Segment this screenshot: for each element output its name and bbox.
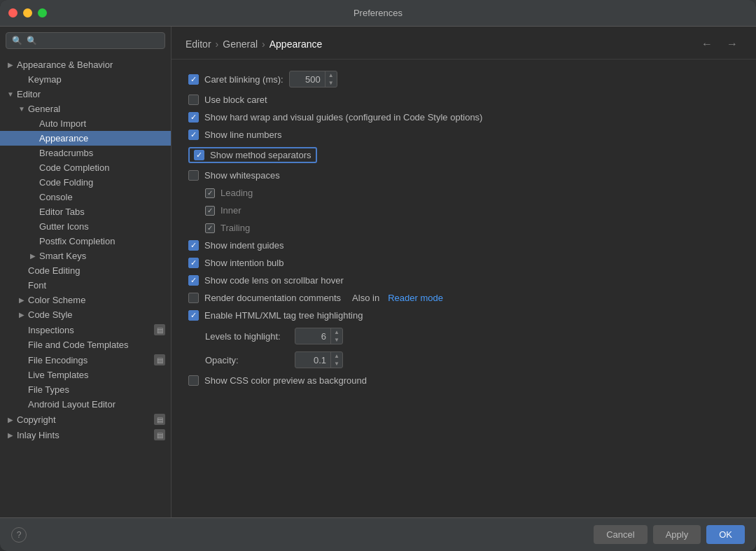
- back-button[interactable]: ←: [697, 36, 717, 52]
- sidebar-item-label: Editor Tabs: [39, 207, 85, 217]
- caret-blinking-label: Caret blinking (ms):: [204, 74, 284, 85]
- render-docs-checkbox[interactable]: [188, 293, 199, 303]
- breadcrumb-general: General: [223, 39, 258, 50]
- whitespaces-checkbox[interactable]: [188, 170, 199, 181]
- close-button[interactable]: [8, 8, 18, 18]
- sidebar-item-code-editing[interactable]: Code Editing: [0, 263, 171, 278]
- sidebar-item-appearance-behavior[interactable]: ▶ Appearance & Behavior: [0, 57, 171, 72]
- html-xml-checkbox[interactable]: [188, 310, 199, 321]
- sidebar-item-color-scheme[interactable]: ▶ Color Scheme: [0, 293, 171, 307]
- maximize-button[interactable]: [38, 8, 47, 18]
- sidebar-item-font[interactable]: Font: [0, 278, 171, 293]
- code-lens-checkbox[interactable]: [188, 275, 199, 286]
- search-box[interactable]: 🔍: [6, 32, 165, 49]
- sidebar-item-auto-import[interactable]: Auto Import: [0, 116, 171, 131]
- inner-checkbox[interactable]: [205, 206, 215, 216]
- sidebar-item-code-folding[interactable]: Code Folding: [0, 175, 171, 190]
- sidebar-item-inlay-hints[interactable]: ▶ Inlay Hints ▤: [0, 427, 171, 442]
- sidebar-item-keymap[interactable]: Keymap: [0, 72, 171, 87]
- sidebar-item-postfix-completion[interactable]: Postfix Completion: [0, 234, 171, 249]
- chevron-icon: [28, 119, 38, 129]
- sidebar-item-code-completion[interactable]: Code Completion: [0, 160, 171, 175]
- inlay-hints-badge: ▤: [154, 429, 165, 440]
- leading-checkbox[interactable]: [205, 188, 215, 198]
- chevron-icon: ▶: [17, 310, 27, 320]
- caret-blinking-spinner[interactable]: ▲ ▼: [289, 71, 337, 88]
- chevron-icon: [17, 355, 27, 365]
- forward-button[interactable]: →: [722, 36, 742, 52]
- file-encodings-badge: ▤: [154, 354, 165, 365]
- levels-spin-up[interactable]: ▲: [331, 328, 342, 336]
- sidebar-item-file-code-templates[interactable]: File and Code Templates: [0, 337, 171, 352]
- block-caret-checkbox[interactable]: [188, 95, 199, 105]
- chevron-icon: [28, 148, 38, 158]
- sidebar-item-android-layout-editor[interactable]: Android Layout Editor: [0, 397, 171, 412]
- sidebar-item-gutter-icons[interactable]: Gutter Icons: [0, 219, 171, 234]
- sidebar-item-label: Postfix Completion: [39, 236, 115, 246]
- sidebar-item-breadcrumbs[interactable]: Breadcrumbs: [0, 146, 171, 160]
- chevron-icon: [17, 266, 27, 276]
- sidebar-item-general[interactable]: ▼ General: [0, 102, 171, 116]
- block-caret-label: Use block caret: [204, 95, 267, 105]
- breadcrumb-appearance: Appearance: [270, 39, 323, 50]
- sidebar-item-live-templates[interactable]: Live Templates: [0, 368, 171, 382]
- spin-up[interactable]: ▲: [326, 71, 337, 79]
- levels-input[interactable]: [295, 330, 330, 343]
- sidebar-item-file-encodings[interactable]: File Encodings ▤: [0, 352, 171, 368]
- sidebar-item-label: Editor: [17, 89, 41, 99]
- sidebar-item-appearance[interactable]: Appearance: [0, 131, 171, 146]
- render-docs-label: Render documentation comments: [204, 293, 341, 303]
- chevron-icon: [28, 193, 38, 202]
- sidebar-item-label: Smart Keys: [39, 251, 86, 261]
- sidebar-item-label: Color Scheme: [28, 295, 85, 305]
- chevron-icon: [17, 75, 27, 85]
- hard-wrap-checkbox[interactable]: [188, 112, 199, 123]
- sidebar-item-label: File Types: [28, 384, 69, 395]
- search-input[interactable]: [27, 36, 159, 46]
- sidebar-item-smart-keys[interactable]: ▶ Smart Keys: [0, 249, 171, 263]
- sidebar-item-editor[interactable]: ▼ Editor: [0, 87, 171, 102]
- line-numbers-checkbox[interactable]: [188, 130, 199, 140]
- trailing-checkbox[interactable]: [205, 223, 215, 233]
- sidebar-item-label: Font: [28, 280, 46, 291]
- opacity-spin-down[interactable]: ▼: [331, 360, 342, 368]
- opacity-input[interactable]: [295, 354, 330, 367]
- chevron-icon: [28, 178, 38, 188]
- intention-bulb-checkbox[interactable]: [188, 258, 199, 268]
- sidebar-item-label: Copyright: [17, 414, 56, 425]
- levels-spinner[interactable]: ▲ ▼: [295, 328, 343, 344]
- sidebar-item-copyright[interactable]: ▶ Copyright ▤: [0, 412, 171, 427]
- opacity-spin-up[interactable]: ▲: [331, 352, 342, 360]
- apply-button[interactable]: Apply: [653, 525, 701, 544]
- ok-button[interactable]: OK: [706, 525, 745, 544]
- sidebar-item-label: Keymap: [28, 74, 62, 85]
- cancel-button[interactable]: Cancel: [594, 525, 647, 544]
- sidebar-item-label: Code Style: [28, 309, 73, 320]
- sidebar-item-label: Code Editing: [28, 265, 80, 276]
- opacity-spinner[interactable]: ▲ ▼: [295, 351, 343, 368]
- indent-guides-checkbox[interactable]: [188, 240, 199, 251]
- reader-mode-link[interactable]: Reader mode: [388, 293, 443, 303]
- sidebar-item-console[interactable]: Console: [0, 190, 171, 204]
- sidebar-item-inspections[interactable]: Inspections ▤: [0, 322, 171, 337]
- inner-row: Inner: [188, 205, 739, 216]
- method-separators-checkbox[interactable]: [194, 150, 204, 160]
- window-title: Preferences: [354, 8, 402, 18]
- method-separators-row: Show method separators: [188, 147, 739, 163]
- sidebar-item-editor-tabs[interactable]: Editor Tabs: [0, 204, 171, 219]
- spin-down[interactable]: ▼: [326, 79, 337, 87]
- levels-spin-down[interactable]: ▼: [331, 336, 342, 344]
- chevron-icon: [17, 325, 27, 335]
- sidebar-item-code-style[interactable]: ▶ Code Style: [0, 307, 171, 322]
- sidebar-item-file-types[interactable]: File Types: [0, 382, 171, 397]
- caret-blinking-checkbox[interactable]: [188, 74, 199, 85]
- sidebar-item-label: General: [28, 104, 60, 114]
- chevron-icon: [28, 237, 38, 246]
- css-color-checkbox[interactable]: [188, 375, 199, 386]
- help-button[interactable]: ?: [11, 527, 27, 543]
- indent-guides-row: Show indent guides: [188, 240, 739, 251]
- opacity-row: Opacity: ▲ ▼: [188, 351, 739, 368]
- caret-blinking-input[interactable]: [290, 73, 325, 86]
- chevron-icon: ▼: [17, 104, 27, 114]
- minimize-button[interactable]: [23, 8, 32, 18]
